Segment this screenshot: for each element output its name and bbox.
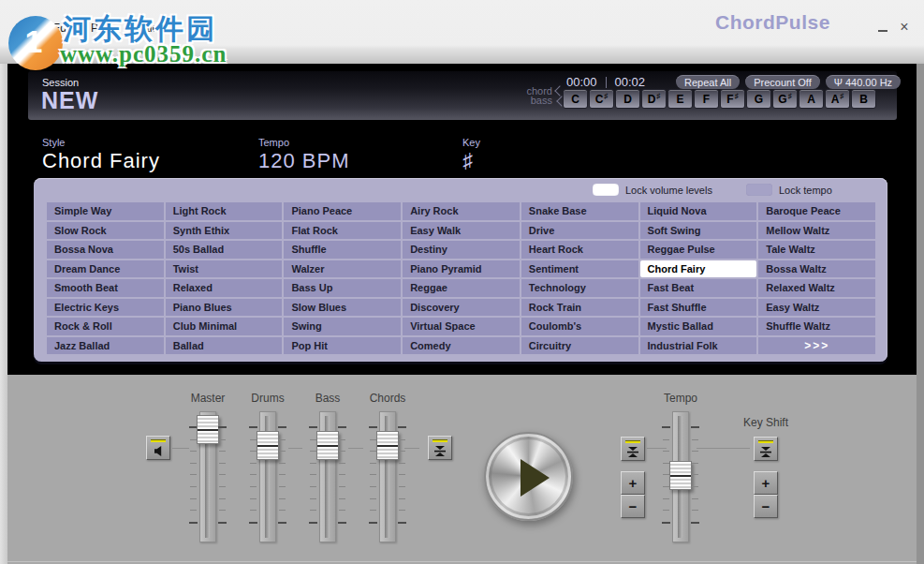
- style-cell[interactable]: Dream Dance: [47, 260, 164, 278]
- slider-thumb[interactable]: [669, 461, 692, 490]
- style-cell[interactable]: Electric Keys: [47, 299, 164, 317]
- style-cell[interactable]: Easy Waltz: [758, 299, 875, 317]
- style-cell[interactable]: Industrial Folk: [640, 337, 757, 355]
- slider-thumb[interactable]: [257, 431, 279, 460]
- lock-tempo-toggle[interactable]: [746, 184, 772, 196]
- style-cell[interactable]: Bossa Waltz: [758, 260, 875, 278]
- style-cell[interactable]: Easy Walk: [403, 222, 520, 240]
- note-key-g-sharp[interactable]: G♯: [772, 89, 798, 109]
- style-cell[interactable]: Ballad: [166, 337, 283, 355]
- style-cell[interactable]: Twist: [166, 260, 283, 278]
- slider-thumb[interactable]: [197, 415, 219, 444]
- style-cell[interactable]: Synth Ethix: [166, 222, 283, 240]
- style-cell[interactable]: Jazz Ballad: [47, 337, 164, 355]
- style-cell[interactable]: Club Minimal: [166, 318, 283, 335]
- style-cell[interactable]: Destiny: [403, 241, 520, 259]
- style-cell[interactable]: Chord Fairy: [640, 260, 757, 278]
- slider-track[interactable]: [379, 411, 396, 542]
- note-key-d-sharp[interactable]: D♯: [641, 89, 667, 109]
- menu-item-help[interactable]: Help: [186, 21, 215, 36]
- style-cell[interactable]: Coulomb's: [521, 318, 638, 335]
- note-key-c-sharp[interactable]: C♯: [589, 89, 614, 109]
- volume-reset-button[interactable]: [428, 436, 452, 460]
- style-cell[interactable]: Smooth Beat: [47, 279, 164, 297]
- style-cell[interactable]: Sentiment: [521, 260, 638, 278]
- slider[interactable]: [187, 411, 228, 542]
- slider-track[interactable]: [319, 411, 336, 542]
- style-cell[interactable]: Relaxed Waltz: [758, 279, 875, 297]
- slider-track[interactable]: [199, 411, 216, 542]
- tempo-reset-button[interactable]: [621, 437, 645, 461]
- note-key-g[interactable]: G: [746, 89, 771, 109]
- style-cell[interactable]: Swing: [284, 318, 401, 335]
- style-cell[interactable]: Pop Hit: [284, 337, 401, 355]
- style-cell[interactable]: Slow Rock: [47, 222, 164, 240]
- style-cell[interactable]: Flat Rock: [284, 222, 401, 240]
- tempo-increase-button[interactable]: +: [621, 471, 645, 495]
- style-cell[interactable]: Reggae: [403, 279, 520, 297]
- style-cell[interactable]: Snake Base: [521, 202, 638, 220]
- lock-volume-toggle[interactable]: [593, 184, 619, 196]
- style-cell[interactable]: Tale Waltz: [758, 241, 875, 259]
- key-shift-down-button[interactable]: −: [754, 495, 778, 518]
- note-key-f-sharp[interactable]: F♯: [720, 89, 745, 109]
- style-cell[interactable]: Piano Blues: [166, 299, 283, 317]
- note-key-a-sharp[interactable]: A♯: [825, 89, 850, 109]
- note-key-e[interactable]: E: [667, 89, 693, 109]
- menu-item-edit[interactable]: Edit: [50, 21, 75, 36]
- style-cell[interactable]: Shuffle Waltz: [758, 318, 875, 335]
- style-cell[interactable]: Piano Pyramid: [403, 260, 520, 278]
- style-cell[interactable]: Airy Rock: [403, 202, 520, 220]
- repeat-all-button[interactable]: Repeat All: [676, 75, 740, 89]
- menu-item-options[interactable]: Options: [128, 21, 172, 36]
- style-cell[interactable]: Relaxed: [166, 279, 283, 297]
- style-cell[interactable]: Discovery: [403, 299, 520, 317]
- style-cell[interactable]: Technology: [521, 279, 638, 297]
- note-key-f[interactable]: F: [694, 89, 719, 109]
- style-cell[interactable]: Drive: [521, 222, 638, 240]
- style-cell[interactable]: Slow Blues: [284, 299, 401, 317]
- key-shift-up-button[interactable]: +: [754, 471, 778, 495]
- style-cell[interactable]: Fast Beat: [640, 279, 757, 297]
- note-key-a[interactable]: A: [799, 89, 824, 109]
- minimize-button[interactable]: [873, 19, 892, 36]
- style-cell[interactable]: Bass Up: [284, 279, 401, 297]
- menu-item-play[interactable]: Play: [88, 21, 115, 36]
- slider-thumb[interactable]: [316, 431, 339, 460]
- precount-button[interactable]: Precount Off: [745, 75, 820, 89]
- menu-item-file[interactable]: File: [13, 21, 37, 36]
- style-cell[interactable]: Bossa Nova: [47, 241, 164, 259]
- style-cell[interactable]: Virtual Space: [403, 318, 520, 335]
- play-button[interactable]: [484, 432, 573, 521]
- style-cell[interactable]: Rock Train: [521, 299, 638, 317]
- slider-track[interactable]: [672, 411, 689, 542]
- style-more-button[interactable]: >>>: [758, 337, 875, 355]
- close-button[interactable]: ×: [895, 19, 914, 36]
- style-cell[interactable]: Rock & Roll: [47, 318, 164, 335]
- style-cell[interactable]: Liquid Nova: [640, 202, 757, 220]
- style-cell[interactable]: Soft Swing: [640, 222, 757, 240]
- style-cell[interactable]: Fast Shuffle: [640, 299, 757, 317]
- style-cell[interactable]: Heart Rock: [521, 241, 638, 259]
- slider[interactable]: [247, 411, 288, 542]
- note-key-b[interactable]: B: [851, 89, 876, 109]
- style-cell[interactable]: Simple Way: [47, 202, 164, 220]
- slider[interactable]: [367, 411, 408, 542]
- style-cell[interactable]: Circuitry: [521, 337, 638, 355]
- style-cell[interactable]: 50s Ballad: [166, 241, 283, 259]
- style-cell[interactable]: Shuffle: [284, 241, 401, 259]
- style-cell[interactable]: Mellow Waltz: [758, 222, 875, 240]
- slider[interactable]: [660, 411, 701, 542]
- slider-thumb[interactable]: [376, 431, 399, 460]
- slider-track[interactable]: [259, 411, 276, 542]
- key-shift-reset-button[interactable]: [754, 437, 778, 461]
- slider[interactable]: [307, 411, 348, 542]
- style-cell[interactable]: Light Rock: [166, 202, 283, 220]
- style-cell[interactable]: Mystic Ballad: [640, 318, 757, 335]
- tempo-decrease-button[interactable]: −: [621, 495, 645, 518]
- note-key-c[interactable]: C: [563, 89, 588, 109]
- style-cell[interactable]: Piano Peace: [284, 202, 401, 220]
- mute-button[interactable]: [146, 436, 170, 460]
- style-cell[interactable]: Reggae Pulse: [640, 241, 757, 259]
- note-key-d[interactable]: D: [615, 89, 640, 109]
